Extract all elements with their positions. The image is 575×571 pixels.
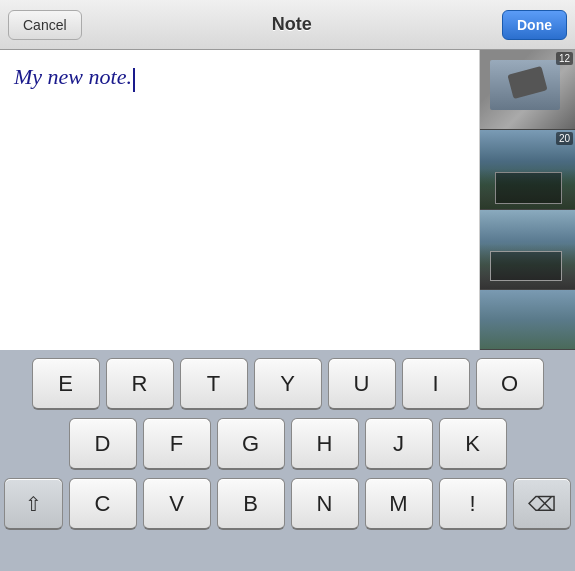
dialog-toolbar: Cancel Note Done xyxy=(0,0,575,50)
photo-sidebar: 12 20 xyxy=(480,50,575,350)
key-d[interactable]: D xyxy=(69,418,137,470)
dialog-title: Note xyxy=(272,14,312,35)
key-g[interactable]: G xyxy=(217,418,285,470)
photo-date-2: 20 xyxy=(556,132,573,145)
note-text: My new note. xyxy=(14,64,132,89)
text-cursor xyxy=(133,68,135,92)
note-text-area[interactable]: My new note. xyxy=(0,50,480,350)
keyboard-row-3: ⇧ C V B N M ! ⌫ xyxy=(4,478,571,530)
backspace-key[interactable]: ⌫ xyxy=(513,478,572,530)
photo-item-3[interactable] xyxy=(480,210,575,290)
key-exclaim[interactable]: ! xyxy=(439,478,507,530)
keyboard-row-2: D F G H J K xyxy=(4,418,571,470)
photo-date-1: 12 xyxy=(556,52,573,65)
key-u[interactable]: U xyxy=(328,358,396,410)
photo-item-2[interactable]: 20 xyxy=(480,130,575,210)
key-v[interactable]: V xyxy=(143,478,211,530)
done-button[interactable]: Done xyxy=(502,10,567,40)
key-b[interactable]: B xyxy=(217,478,285,530)
photo-item-1[interactable]: 12 xyxy=(480,50,575,130)
key-m[interactable]: M xyxy=(365,478,433,530)
keyboard-row-1: E R T Y U I O xyxy=(4,358,571,410)
cancel-button[interactable]: Cancel xyxy=(8,10,82,40)
key-k[interactable]: K xyxy=(439,418,507,470)
photo-thumbnail-3 xyxy=(480,210,575,289)
key-i[interactable]: I xyxy=(402,358,470,410)
key-c[interactable]: C xyxy=(69,478,137,530)
content-area: My new note. 12 20 xyxy=(0,50,575,350)
photo-item-4[interactable] xyxy=(480,290,575,350)
key-h[interactable]: H xyxy=(291,418,359,470)
key-n[interactable]: N xyxy=(291,478,359,530)
key-j[interactable]: J xyxy=(365,418,433,470)
key-e[interactable]: E xyxy=(32,358,100,410)
key-y[interactable]: Y xyxy=(254,358,322,410)
photo-thumbnail-4 xyxy=(480,290,575,349)
key-t[interactable]: T xyxy=(180,358,248,410)
keyboard: E R T Y U I O D F G H J K ⇧ C V B N M ! … xyxy=(0,350,575,571)
key-r[interactable]: R xyxy=(106,358,174,410)
key-o[interactable]: O xyxy=(476,358,544,410)
key-f[interactable]: F xyxy=(143,418,211,470)
shift-key[interactable]: ⇧ xyxy=(4,478,63,530)
